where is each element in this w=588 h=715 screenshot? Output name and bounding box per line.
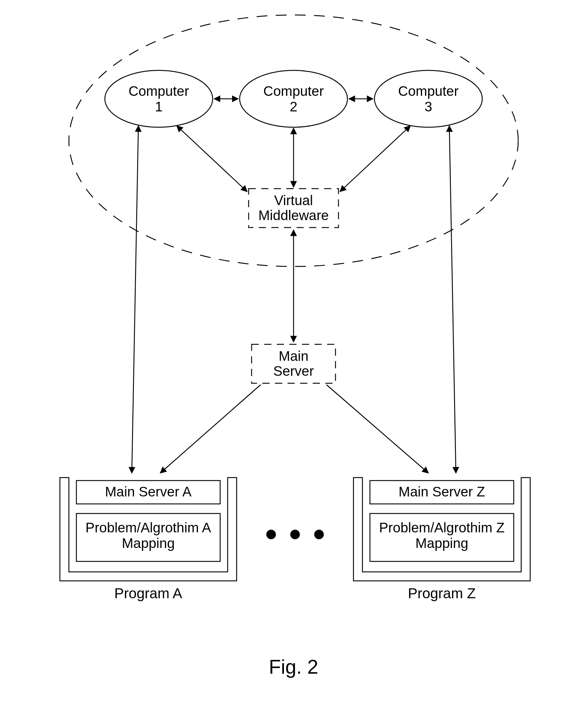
link-c1-middleware xyxy=(177,126,247,192)
program-a-label: Program A xyxy=(114,585,183,601)
link-c1-progA xyxy=(132,126,139,473)
computer-3-node: Computer 3 xyxy=(374,70,482,127)
figure-caption: Fig. 2 xyxy=(269,656,318,678)
virtual-middleware-node: Virtual Middleware xyxy=(249,189,338,228)
virtual-middleware-label-1: Virtual xyxy=(274,193,313,208)
main-server-z-label: Main Server Z xyxy=(399,484,485,499)
main-server-label-2: Server xyxy=(273,363,314,379)
link-c3-middleware xyxy=(340,126,411,192)
computer-2-label-1: Computer xyxy=(263,83,324,99)
computer-1-label-2: 1 xyxy=(155,99,163,114)
mapping-a-label-1: Problem/Algrothim A xyxy=(85,520,211,535)
svg-point-6 xyxy=(290,530,300,539)
link-mainserver-progA xyxy=(160,385,260,473)
computer-1-label-1: Computer xyxy=(128,83,189,99)
computer-1-node: Computer 1 xyxy=(105,70,213,127)
mapping-z-label-2: Mapping xyxy=(416,535,468,551)
link-mainserver-progZ xyxy=(327,385,428,473)
program-z-container: Main Server Z Problem/Algrothim Z Mappin… xyxy=(354,478,530,601)
link-c3-progZ xyxy=(449,126,456,473)
mapping-a-label-2: Mapping xyxy=(122,535,175,551)
diagram-canvas: Computer 1 Computer 2 Computer 3 Virtual… xyxy=(0,0,588,715)
computer-3-label-1: Computer xyxy=(398,83,459,99)
program-a-container: Main Server A Problem/Algrothim A Mappin… xyxy=(60,478,237,601)
main-server-label-1: Main xyxy=(278,348,309,364)
svg-point-7 xyxy=(314,530,324,539)
computer-2-node: Computer 2 xyxy=(239,70,348,127)
main-server-node: Main Server xyxy=(252,344,335,383)
computer-2-label-2: 2 xyxy=(290,99,297,114)
virtual-middleware-label-2: Middleware xyxy=(258,208,329,223)
program-z-label: Program Z xyxy=(408,585,476,601)
main-server-a-label: Main Server A xyxy=(105,484,192,499)
mapping-z-label-1: Problem/Algrothim Z xyxy=(379,520,504,535)
ellipsis-dots xyxy=(266,530,324,539)
computer-3-label-2: 3 xyxy=(424,99,432,114)
svg-point-5 xyxy=(266,530,276,539)
